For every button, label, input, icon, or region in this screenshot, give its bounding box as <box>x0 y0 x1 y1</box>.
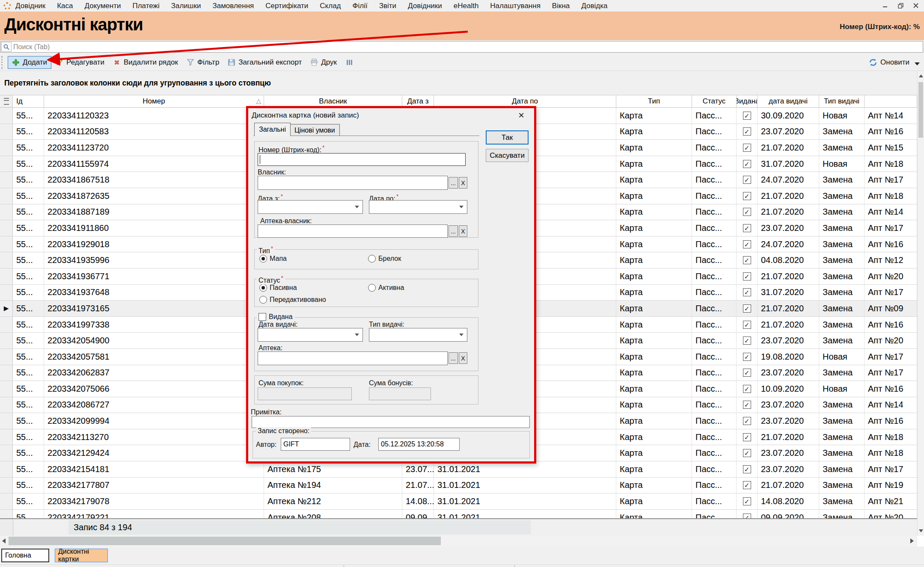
issued-checkbox[interactable]: ✓ <box>743 144 751 152</box>
issued-checkbox[interactable]: ✓ <box>743 288 751 296</box>
horizontal-scroll-thumb[interactable] <box>9 537 441 545</box>
issued-checkbox[interactable]: ✓ <box>743 353 751 361</box>
issued-checkbox[interactable]: ✓ <box>743 497 751 505</box>
issued-checkbox[interactable]: ✓ <box>743 112 751 120</box>
issued-checkbox[interactable]: ✓ <box>743 272 751 281</box>
issued-checkbox[interactable]: ✓ <box>743 176 751 184</box>
pharmacy-owner-lookup-button[interactable]: ... <box>449 225 458 237</box>
columns-button[interactable] <box>341 56 357 68</box>
column-header-number[interactable]: Номер △ <box>44 95 264 107</box>
issued-checkbox[interactable]: ✓ <box>743 208 751 216</box>
scroll-down-icon[interactable] <box>919 529 923 532</box>
table-row[interactable]: 55...2203342154181Аптека №17523.07...31.… <box>0 461 917 478</box>
radio-status-passive[interactable]: Пасивна <box>259 284 297 292</box>
pharmacy-lookup-button[interactable]: ... <box>449 352 458 364</box>
issued-checkbox[interactable]: ✓ <box>743 337 751 345</box>
owner-clear-button[interactable]: X <box>459 177 467 189</box>
owner-input[interactable] <box>258 176 448 190</box>
horizontal-scrollbar[interactable] <box>0 536 917 546</box>
issue-type-combo[interactable] <box>369 328 467 342</box>
column-header-issue-type[interactable]: Тип видачі <box>819 95 865 107</box>
menu-item[interactable]: Довідник <box>15 2 45 10</box>
pharmacy-input[interactable] <box>258 351 448 365</box>
column-header-issue-date[interactable]: дата видачі <box>758 95 819 107</box>
menu-item[interactable]: Довідка <box>581 2 607 10</box>
table-row[interactable]: 55...2203342177807Аптека №19421.07...31.… <box>0 478 917 494</box>
author-input[interactable]: GIFT <box>281 438 350 451</box>
scroll-up-icon[interactable] <box>919 74 923 77</box>
column-header-date-to[interactable]: Дата по <box>434 95 616 107</box>
issued-checkbox[interactable]: ✓ <box>743 160 751 168</box>
print-button[interactable]: Друк <box>306 56 341 69</box>
menu-item[interactable]: Каса <box>57 2 73 10</box>
issued-checkbox[interactable]: ✓ <box>743 433 751 441</box>
search-input[interactable]: Поиск (Tab) <box>0 41 923 53</box>
pharmacy-clear-button[interactable]: X <box>459 352 467 364</box>
created-date-input[interactable]: 05.12.2025 13:20:58 <box>378 438 460 451</box>
radio-status-active[interactable]: Активна <box>368 284 404 292</box>
menu-item[interactable]: eHealth <box>454 2 479 10</box>
radio-type-fob[interactable]: Брелок <box>368 255 401 263</box>
tab-discount-cards[interactable]: Дисконтні картки <box>55 549 108 562</box>
issued-checkbox[interactable]: ✓ <box>743 514 751 518</box>
issued-checkbox-row[interactable]: Видана <box>257 313 294 321</box>
column-header-issued[interactable]: Видана <box>737 95 758 107</box>
tab-general[interactable]: Загальні <box>254 123 291 136</box>
checkbox-unchecked-icon[interactable] <box>258 313 266 321</box>
menu-item[interactable]: Філії <box>353 2 368 10</box>
menu-item[interactable]: Залишки <box>171 2 201 10</box>
close-button[interactable] <box>911 1 921 10</box>
date-from-combo[interactable] <box>258 200 363 214</box>
menu-item[interactable]: Звіти <box>379 2 396 10</box>
filter-button[interactable]: Фільтр <box>182 56 223 69</box>
restore-button[interactable] <box>896 1 905 10</box>
scroll-left-icon[interactable] <box>2 538 6 543</box>
dialog-close-icon[interactable]: ✕ <box>515 110 527 121</box>
issued-checkbox[interactable]: ✓ <box>743 481 751 489</box>
issued-checkbox[interactable]: ✓ <box>743 321 751 329</box>
issued-checkbox[interactable]: ✓ <box>743 224 751 232</box>
column-header-id[interactable]: Ід <box>13 95 44 107</box>
menu-item[interactable]: Довідники <box>408 2 442 10</box>
issued-checkbox[interactable]: ✓ <box>743 401 751 409</box>
menu-item[interactable]: Сертифікати <box>265 2 308 10</box>
column-header-pharmacy[interactable] <box>865 95 917 107</box>
issued-checkbox[interactable]: ✓ <box>743 385 751 393</box>
pharmacy-owner-input[interactable] <box>258 224 448 238</box>
date-to-combo[interactable] <box>369 200 467 214</box>
tab-price-terms[interactable]: Цінові умови <box>290 124 340 136</box>
issued-checkbox[interactable]: ✓ <box>743 449 751 457</box>
add-button[interactable]: Додати <box>8 56 51 69</box>
owner-lookup-button[interactable]: ... <box>449 177 458 189</box>
tab-main[interactable]: Головна <box>1 549 49 562</box>
issue-date-combo[interactable] <box>258 328 363 342</box>
ok-button[interactable]: Так <box>486 130 529 145</box>
column-header-type[interactable]: Тип <box>616 95 692 107</box>
issued-checkbox[interactable]: ✓ <box>743 369 751 377</box>
column-header-owner[interactable]: Власник <box>264 95 402 107</box>
delete-row-button[interactable]: Видалити рядок <box>109 56 182 69</box>
issued-checkbox[interactable]: ✓ <box>743 240 751 248</box>
cancel-button[interactable]: Скасувати <box>486 149 529 162</box>
radio-status-preedited[interactable]: Передактивовано <box>259 296 326 304</box>
column-header-date-from[interactable]: Дата з <box>402 95 434 107</box>
menu-item[interactable]: Налаштування <box>490 2 541 10</box>
issued-checkbox[interactable]: ✓ <box>743 304 751 313</box>
menu-item[interactable]: Склад <box>320 2 341 10</box>
issued-checkbox[interactable]: ✓ <box>743 465 751 473</box>
vertical-scrollbar[interactable] <box>917 71 924 536</box>
refresh-options-caret[interactable] <box>915 62 920 65</box>
pharmacy-owner-clear-button[interactable]: X <box>459 225 467 237</box>
radio-type-card[interactable]: Мапа <box>259 255 287 263</box>
menu-item[interactable]: Платежі <box>132 2 159 10</box>
vertical-scroll-thumb[interactable] <box>918 82 923 138</box>
issued-checkbox[interactable]: ✓ <box>743 127 751 136</box>
menu-item[interactable]: Документи <box>85 2 121 10</box>
menu-item[interactable]: Замовлення <box>212 2 254 10</box>
issued-checkbox[interactable]: ✓ <box>743 192 751 200</box>
toolbar-grip[interactable] <box>1 56 5 69</box>
column-header-status[interactable]: Статус <box>692 95 737 107</box>
table-row[interactable]: 55...2203342179221Аптека №20809.09...31.… <box>0 510 917 518</box>
note-input[interactable] <box>252 416 530 428</box>
minimize-button[interactable] <box>880 1 890 10</box>
